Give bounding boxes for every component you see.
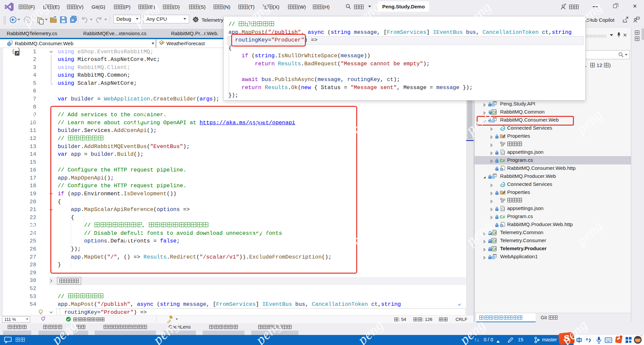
svg-text:{}: {} — [501, 151, 505, 154]
svg-text:C#: C# — [500, 158, 505, 163]
svg-text:C#: C# — [492, 111, 496, 114]
svg-text:C#: C# — [492, 239, 496, 243]
svg-text:{}: {} — [501, 207, 505, 211]
svg-text:C#: C# — [500, 215, 505, 219]
svg-text:C#: C# — [492, 247, 496, 251]
svg-text:C#: C# — [492, 231, 496, 235]
